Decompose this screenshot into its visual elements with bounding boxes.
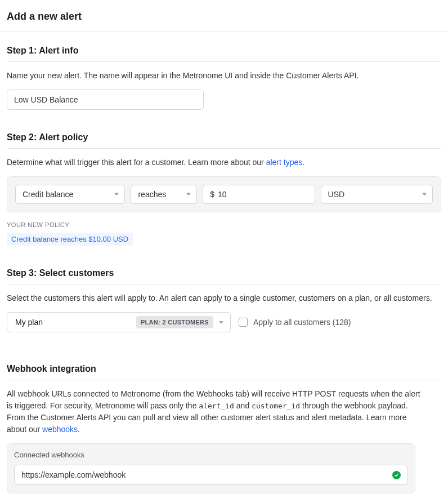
- step1-title: Step 1: Alert info: [7, 46, 441, 62]
- webhook-desc: All webhook URLs connected to Metronome …: [7, 388, 423, 435]
- webhook-desc-p2: and: [234, 401, 252, 410]
- webhook-code2: customer_id: [252, 402, 300, 410]
- condition-select[interactable]: reaches: [131, 185, 197, 204]
- alert-name-input[interactable]: [7, 90, 204, 110]
- connected-webhooks-label: Connected webhooks: [14, 451, 408, 459]
- chevron-down-icon: [186, 193, 191, 196]
- step2-section: Step 2: Alert policy Determine what will…: [0, 110, 448, 246]
- policy-summary-label: YOUR NEW POLICY: [7, 221, 441, 228]
- apply-all-wrap: Apply to all customers (128): [239, 318, 351, 327]
- condition-select-value: reaches: [138, 190, 166, 199]
- customer-select-row: My plan PLAN: 2 CUSTOMERS Apply to all c…: [7, 312, 441, 332]
- connected-webhooks-box: Connected webhooks https://example.com/w…: [7, 443, 415, 493]
- step3-title: Step 3: Select customers: [7, 268, 441, 284]
- threshold-input[interactable]: [218, 190, 308, 199]
- apply-all-checkbox[interactable]: [239, 318, 248, 327]
- plan-badge: PLAN: 2 CUSTOMERS: [136, 316, 213, 328]
- policy-builder: Credit balance reaches $ USD: [7, 176, 441, 212]
- policy-summary-chip: Credit balance reaches $10.00 USD: [7, 233, 133, 246]
- currency-prefix: $: [210, 190, 214, 199]
- webhook-url: https://example.com/webhook: [21, 470, 126, 479]
- webhook-section: Webhook integration All webhook URLs con…: [0, 332, 448, 493]
- metric-select[interactable]: Credit balance: [15, 185, 125, 204]
- step2-desc: Determine what will trigger this alert f…: [7, 157, 441, 168]
- apply-all-label: Apply to all customers (128): [253, 318, 351, 327]
- customer-select-value: My plan: [15, 318, 43, 327]
- webhook-entry: https://example.com/webhook: [14, 465, 408, 485]
- step3-desc: Select the customers this alert will app…: [7, 292, 441, 304]
- threshold-input-wrap[interactable]: $: [203, 185, 315, 204]
- webhook-desc-suffix: .: [78, 425, 80, 434]
- alert-types-link[interactable]: alert types: [266, 158, 303, 167]
- currency-select[interactable]: USD: [321, 185, 433, 204]
- step2-desc-prefix: Determine what will trigger this alert f…: [7, 158, 266, 167]
- currency-select-value: USD: [328, 190, 345, 199]
- webhook-title: Webhook integration: [7, 364, 441, 380]
- webhook-code1: alert_id: [199, 402, 234, 410]
- step3-section: Step 3: Select customers Select the cust…: [0, 246, 448, 332]
- chevron-down-icon: [422, 193, 427, 196]
- step2-desc-suffix: .: [302, 158, 304, 167]
- step1-section: Step 1: Alert info Name your new alert. …: [0, 32, 448, 110]
- step1-desc: Name your new alert. The name will appea…: [7, 70, 441, 82]
- page-title: Add a new alert: [0, 0, 448, 32]
- webhooks-link[interactable]: webhooks: [42, 425, 78, 434]
- customer-badge-wrap: PLAN: 2 CUSTOMERS: [136, 316, 227, 328]
- customer-select[interactable]: My plan PLAN: 2 CUSTOMERS: [7, 312, 231, 332]
- check-circle-icon: [392, 471, 401, 479]
- metric-select-value: Credit balance: [23, 190, 73, 199]
- chevron-down-icon: [114, 193, 119, 196]
- step2-title: Step 2: Alert policy: [7, 132, 441, 149]
- chevron-down-icon: [219, 321, 223, 324]
